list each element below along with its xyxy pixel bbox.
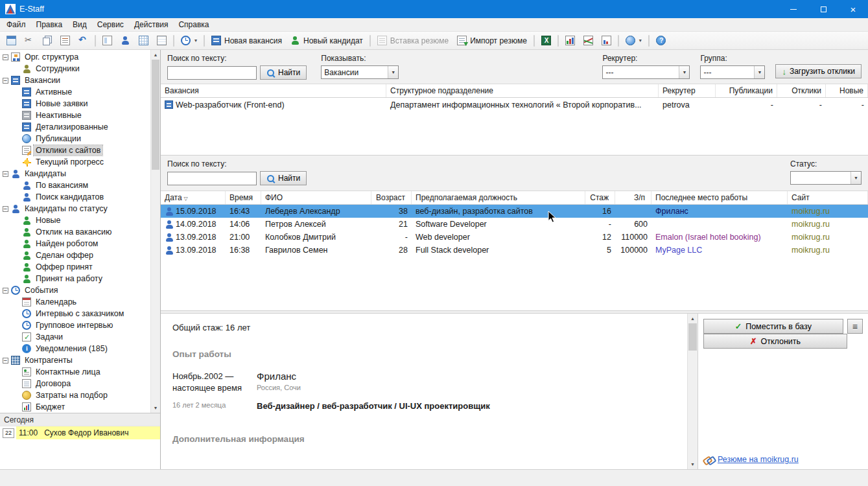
candidate-search-input[interactable]	[167, 172, 257, 185]
sidebar-item-candidates[interactable]: − Кандидаты	[0, 168, 150, 179]
sidebar-item-notifications[interactable]: Уведомления (185)	[0, 343, 150, 354]
sidebar-item-customer-interview[interactable]: Интервью с заказчиком	[0, 308, 150, 319]
sidebar-item-offer-made[interactable]: Сделан оффер	[0, 249, 150, 261]
show-select[interactable]: Вакансии ▼	[321, 65, 399, 79]
undo-button[interactable]	[75, 33, 92, 48]
table-view-button[interactable]	[135, 33, 152, 48]
reports-button[interactable]	[56, 33, 74, 48]
sidebar-item-current-progress[interactable]: Текущий прогресс	[0, 156, 150, 168]
column-header[interactable]: З/п	[615, 191, 651, 204]
tree-expander[interactable]: −	[3, 358, 8, 364]
resume-source-link[interactable]: Резюме на moikrug.ru	[703, 455, 863, 464]
properties-button[interactable]	[3, 33, 20, 48]
excel-export-button[interactable]	[537, 33, 555, 48]
sidebar-item-publications[interactable]: Публикации	[0, 133, 150, 145]
sidebar-item-inactive[interactable]: Неактивные	[0, 110, 150, 121]
web-publications-button[interactable]	[622, 33, 646, 48]
vacancy-row[interactable]: Web-разработчик (Front-end) Департамент …	[161, 98, 868, 112]
sidebar-item-group-interview[interactable]: Групповое интервью	[0, 319, 150, 331]
bar-chart-button[interactable]	[561, 33, 579, 48]
sidebar-item-org-structure[interactable]: − Орг. структура	[0, 51, 150, 63]
import-resume-button[interactable]: Импорт резюме	[453, 33, 531, 48]
sidebar-item-events[interactable]: − События	[0, 284, 150, 296]
sidebar-item-detailed[interactable]: Детализированные	[0, 121, 150, 133]
sidebar-item-budget[interactable]: Бюджет	[0, 401, 150, 413]
scroll-down-icon[interactable]: ▼	[688, 459, 698, 469]
sidebar-item-offer-accepted[interactable]: Оффер принят	[0, 261, 150, 273]
status-select[interactable]: ▼	[790, 171, 862, 185]
column-header[interactable]: Возраст	[371, 191, 412, 204]
report-chart-button[interactable]	[598, 33, 615, 48]
tree-expander[interactable]: −	[3, 288, 8, 294]
sidebar-item-counterparties[interactable]: − Контрагенты	[0, 354, 150, 366]
today-event-row[interactable]: 22 11:00 Сухов Федор Иванович	[0, 426, 160, 439]
candidate-site-link[interactable]: moikrug.ru	[788, 231, 868, 244]
column-header[interactable]: Последнее место работы	[651, 191, 788, 204]
column-header[interactable]: Новые	[826, 84, 868, 97]
sidebar-item-recruitment-costs[interactable]: Затраты на подбор	[0, 389, 150, 401]
group-select[interactable]: --- ▼	[700, 65, 765, 79]
sidebar-scrollbar[interactable]: ▲ ▼	[150, 50, 160, 413]
vacancy-search-input[interactable]	[167, 66, 257, 80]
sidebar-item-active[interactable]: Активные	[0, 86, 150, 98]
sidebar-item-contact-persons[interactable]: Контактные лица	[0, 366, 150, 378]
new-vacancy-button[interactable]: Новая вакансия	[207, 33, 286, 48]
menu-file[interactable]: Файл	[1, 18, 31, 31]
column-header[interactable]: Отклики	[777, 84, 826, 97]
tree-expander[interactable]: −	[3, 54, 8, 60]
column-header[interactable]: Сайт	[788, 191, 868, 204]
vacancy-find-button[interactable]: Найти	[260, 65, 307, 80]
menu-service[interactable]: Сервис	[92, 18, 129, 31]
maximize-button[interactable]	[808, 0, 838, 18]
column-header[interactable]: Дата▽	[161, 191, 226, 204]
sidebar-item-candidate-search[interactable]: Поиск кандидатов	[0, 191, 150, 203]
column-header[interactable]: Вакансия	[161, 84, 386, 97]
paste-resume-button[interactable]: Вставка резюме	[373, 33, 452, 48]
candidate-row[interactable]: 14.09.2018 14:06 Петров Алексей 21 Softw…	[161, 218, 868, 231]
column-header[interactable]: Время	[226, 191, 261, 204]
scroll-down-icon[interactable]: ▼	[151, 403, 160, 413]
candidate-site-link[interactable]: moikrug.ru	[788, 244, 868, 257]
sidebar-item-employees[interactable]: Сотрудники	[0, 63, 150, 75]
line-chart-button[interactable]	[580, 33, 597, 48]
sidebar-item-tasks[interactable]: Задачи	[0, 331, 150, 343]
sidebar-item-hired[interactable]: Принят на работу	[0, 273, 150, 284]
recruiter-select[interactable]: --- ▼	[602, 65, 690, 79]
scrollbar-thumb[interactable]	[152, 60, 159, 170]
sidebar-item-vacancies[interactable]: − Вакансии	[0, 75, 150, 86]
scrollbar-thumb[interactable]	[688, 323, 697, 351]
menu-edit[interactable]: Правка	[31, 18, 68, 31]
candidate-row[interactable]: 13.09.2018 16:38 Гаврилов Семен 28 Full …	[161, 244, 868, 257]
column-header[interactable]: Рекрутер	[659, 84, 716, 97]
history-button[interactable]	[177, 33, 201, 48]
sidebar-item-by-vacancies[interactable]: По вакансиям	[0, 179, 150, 191]
sidebar-item-found-by-robot[interactable]: Найден роботом	[0, 238, 150, 249]
menu-view[interactable]: Вид	[67, 18, 92, 31]
tree-expander[interactable]: −	[3, 171, 8, 177]
scroll-up-icon[interactable]: ▲	[688, 314, 698, 323]
sidebar-item-calendar[interactable]: Календарь	[0, 296, 150, 308]
menu-help[interactable]: Справка	[173, 18, 214, 31]
employees-button[interactable]	[117, 33, 134, 48]
new-candidate-button[interactable]: Новый кандидат	[287, 33, 367, 48]
column-header[interactable]: Публикации	[716, 84, 777, 97]
column-header[interactable]: Стаж	[585, 191, 615, 204]
card-view-button[interactable]	[99, 33, 116, 48]
candidate-find-button[interactable]: Найти	[260, 171, 307, 185]
reject-button[interactable]: ✗ Отклонить	[703, 334, 847, 349]
close-button[interactable]: ×	[838, 0, 868, 18]
scroll-up-icon[interactable]: ▲	[151, 50, 160, 60]
candidate-site-link[interactable]: moikrug.ru	[788, 205, 868, 218]
tree-expander[interactable]: −	[3, 206, 8, 212]
column-header[interactable]: Предполагаемая должность	[412, 191, 585, 204]
sidebar-item-candidates-by-status[interactable]: − Кандидаты по статусу	[0, 203, 150, 214]
column-header[interactable]: ФИО	[261, 191, 371, 204]
detail-scrollbar[interactable]: ▲ ▼	[687, 314, 698, 469]
tree-expander[interactable]: −	[3, 78, 8, 84]
list-view-button[interactable]	[153, 33, 170, 48]
sidebar-item-new[interactable]: Новые	[0, 214, 150, 226]
help-button[interactable]	[652, 33, 670, 48]
hamburger-menu-button[interactable]: ≡	[847, 319, 863, 334]
sidebar-item-site-responses[interactable]: Отклики с сайтов	[0, 145, 150, 156]
today-section-header[interactable]: Сегодня	[0, 413, 160, 426]
